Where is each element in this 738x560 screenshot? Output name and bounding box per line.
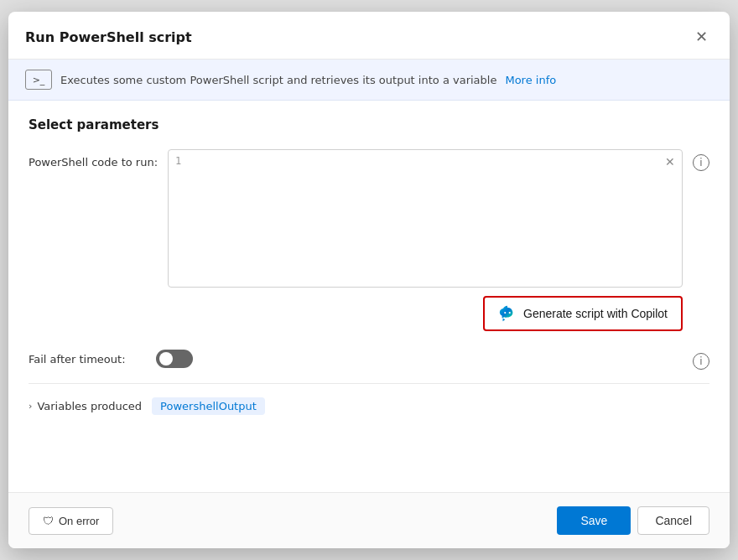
code-info-icon[interactable]: i xyxy=(693,154,709,171)
dialog-footer: 🛡 On error Save Cancel xyxy=(8,492,730,548)
on-error-button[interactable]: 🛡 On error xyxy=(29,507,113,535)
toggle-knob xyxy=(159,352,173,366)
timeout-info-icon[interactable]: i xyxy=(693,353,709,370)
dialog-body: Select parameters PowerShell code to run… xyxy=(8,101,730,492)
svg-point-0 xyxy=(504,312,506,314)
shield-icon: 🛡 xyxy=(43,515,54,527)
copilot-row: Generate script with Copilot xyxy=(168,296,683,331)
code-clear-button[interactable]: ✕ xyxy=(662,153,678,170)
title-bar: Run PowerShell script ✕ xyxy=(8,12,730,60)
on-error-label: On error xyxy=(59,515,99,527)
code-textarea[interactable] xyxy=(169,150,682,284)
timeout-field-row: Fail after timeout: i xyxy=(29,348,709,370)
terminal-icon: >_ xyxy=(25,70,52,90)
timeout-label: Fail after timeout: xyxy=(29,353,146,366)
code-field-content: 1 ✕ xyxy=(168,149,683,334)
footer-left: 🛡 On error xyxy=(29,507,113,535)
cancel-button[interactable]: Cancel xyxy=(637,506,709,535)
more-info-link[interactable]: More info xyxy=(505,74,556,86)
timeout-toggle[interactable] xyxy=(156,350,193,368)
copilot-button[interactable]: Generate script with Copilot xyxy=(483,296,683,331)
save-button[interactable]: Save xyxy=(557,506,631,535)
info-banner: >_ Executes some custom PowerShell scrip… xyxy=(8,60,730,101)
chevron-icon: › xyxy=(29,401,32,412)
variable-badge: PowershellOutput xyxy=(152,397,265,415)
close-button[interactable]: ✕ xyxy=(689,25,713,49)
line-number: 1 xyxy=(175,155,181,167)
variables-text: Variables produced xyxy=(37,400,142,412)
code-field-label: PowerShell code to run: xyxy=(29,149,158,169)
info-banner-text: Executes some custom PowerShell script a… xyxy=(60,74,496,86)
variables-label[interactable]: › Variables produced xyxy=(29,400,142,412)
run-powershell-dialog: Run PowerShell script ✕ >_ Executes some… xyxy=(8,12,730,548)
code-field-row: PowerShell code to run: 1 ✕ xyxy=(29,149,709,334)
section-title: Select parameters xyxy=(29,117,709,132)
copilot-icon xyxy=(498,304,517,323)
code-textarea-wrapper: 1 ✕ xyxy=(168,149,683,288)
svg-point-1 xyxy=(509,312,511,314)
dialog-title: Run PowerShell script xyxy=(25,29,192,45)
variables-row: › Variables produced PowershellOutput xyxy=(29,383,709,415)
copilot-button-label: Generate script with Copilot xyxy=(523,307,668,320)
footer-right: Save Cancel xyxy=(557,506,709,535)
